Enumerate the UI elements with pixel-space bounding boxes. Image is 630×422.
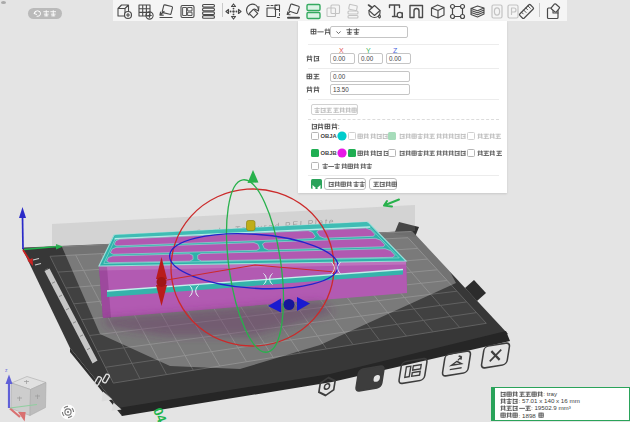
svg-text:z: z [5,367,8,373]
